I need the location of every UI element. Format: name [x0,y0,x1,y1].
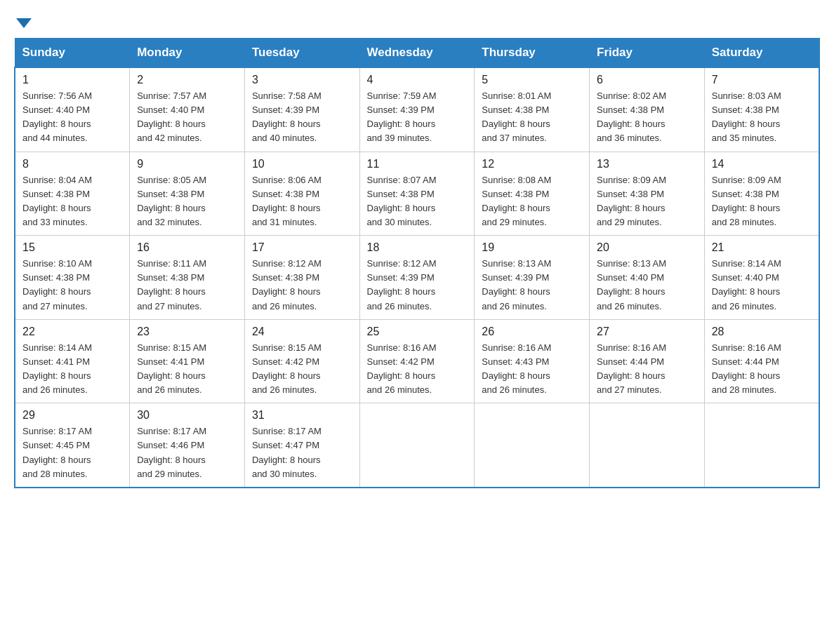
calendar-cell: 23Sunrise: 8:15 AMSunset: 4:41 PMDayligh… [130,319,245,403]
calendar-week-row: 22Sunrise: 8:14 AMSunset: 4:41 PMDayligh… [15,319,819,403]
calendar-cell: 27Sunrise: 8:16 AMSunset: 4:44 PMDayligh… [590,319,705,403]
calendar-cell: 25Sunrise: 8:16 AMSunset: 4:42 PMDayligh… [359,319,475,403]
day-info: Sunrise: 8:13 AMSunset: 4:39 PMDaylight:… [482,257,582,314]
calendar-cell [359,403,475,488]
day-number: 14 [712,158,812,170]
calendar-cell [704,403,819,488]
calendar-cell: 11Sunrise: 8:07 AMSunset: 4:38 PMDayligh… [359,152,475,236]
day-number: 18 [367,241,468,254]
day-number: 16 [137,241,237,254]
header-tuesday: Tuesday [244,39,359,68]
day-number: 27 [597,326,697,338]
day-info: Sunrise: 8:01 AMSunset: 4:38 PMDaylight:… [482,89,582,146]
day-info: Sunrise: 7:58 AMSunset: 4:39 PMDaylight:… [252,89,352,146]
calendar-cell: 1Sunrise: 7:56 AMSunset: 4:40 PMDaylight… [15,67,130,152]
day-number: 25 [367,326,468,338]
calendar-table: SundayMondayTuesdayWednesdayThursdayFrid… [14,38,820,488]
day-number: 30 [137,409,237,422]
day-number: 1 [22,74,122,86]
day-info: Sunrise: 8:09 AMSunset: 4:38 PMDaylight:… [597,173,697,230]
day-number: 17 [252,241,352,254]
day-number: 10 [252,158,352,170]
day-number: 20 [597,241,697,254]
calendar-cell [590,403,705,488]
day-number: 7 [712,74,812,86]
day-info: Sunrise: 8:06 AMSunset: 4:38 PMDaylight:… [252,173,352,230]
calendar-cell: 7Sunrise: 8:03 AMSunset: 4:38 PMDaylight… [704,67,819,152]
calendar-cell: 8Sunrise: 8:04 AMSunset: 4:38 PMDaylight… [15,152,130,236]
day-number: 2 [137,74,237,86]
day-info: Sunrise: 8:15 AMSunset: 4:41 PMDaylight:… [137,341,237,398]
day-info: Sunrise: 7:56 AMSunset: 4:40 PMDaylight:… [22,89,122,146]
day-info: Sunrise: 8:02 AMSunset: 4:38 PMDaylight:… [597,89,697,146]
logo [14,14,32,27]
header-saturday: Saturday [704,39,819,68]
day-number: 15 [22,241,122,254]
calendar-cell: 30Sunrise: 8:17 AMSunset: 4:46 PMDayligh… [130,403,245,488]
calendar-week-row: 15Sunrise: 8:10 AMSunset: 4:38 PMDayligh… [15,236,819,320]
day-info: Sunrise: 8:15 AMSunset: 4:42 PMDaylight:… [252,341,352,398]
calendar-header-row: SundayMondayTuesdayWednesdayThursdayFrid… [15,39,819,68]
calendar-cell: 17Sunrise: 8:12 AMSunset: 4:38 PMDayligh… [244,236,359,320]
day-info: Sunrise: 8:11 AMSunset: 4:38 PMDaylight:… [137,257,237,314]
day-number: 19 [482,241,582,254]
day-info: Sunrise: 8:16 AMSunset: 4:44 PMDaylight:… [597,341,697,398]
day-info: Sunrise: 8:05 AMSunset: 4:38 PMDaylight:… [137,173,237,230]
day-info: Sunrise: 8:17 AMSunset: 4:46 PMDaylight:… [137,424,237,481]
day-info: Sunrise: 8:12 AMSunset: 4:38 PMDaylight:… [252,257,352,314]
day-number: 31 [252,409,352,422]
calendar-cell: 28Sunrise: 8:16 AMSunset: 4:44 PMDayligh… [704,319,819,403]
page-header [14,14,820,27]
logo-triangle-icon [16,18,32,28]
calendar-cell [475,403,590,488]
day-number: 22 [22,326,122,338]
calendar-week-row: 8Sunrise: 8:04 AMSunset: 4:38 PMDaylight… [15,152,819,236]
calendar-cell: 5Sunrise: 8:01 AMSunset: 4:38 PMDaylight… [475,67,590,152]
day-info: Sunrise: 8:08 AMSunset: 4:38 PMDaylight:… [482,173,582,230]
day-number: 26 [482,326,582,338]
calendar-cell: 4Sunrise: 7:59 AMSunset: 4:39 PMDaylight… [359,67,475,152]
day-info: Sunrise: 8:13 AMSunset: 4:40 PMDaylight:… [597,257,697,314]
calendar-cell: 6Sunrise: 8:02 AMSunset: 4:38 PMDaylight… [590,67,705,152]
day-number: 12 [482,158,582,170]
calendar-cell: 18Sunrise: 8:12 AMSunset: 4:39 PMDayligh… [359,236,475,320]
day-info: Sunrise: 8:04 AMSunset: 4:38 PMDaylight:… [22,173,122,230]
calendar-cell: 15Sunrise: 8:10 AMSunset: 4:38 PMDayligh… [15,236,130,320]
day-info: Sunrise: 8:16 AMSunset: 4:43 PMDaylight:… [482,341,582,398]
calendar-cell: 3Sunrise: 7:58 AMSunset: 4:39 PMDaylight… [244,67,359,152]
calendar-cell: 19Sunrise: 8:13 AMSunset: 4:39 PMDayligh… [475,236,590,320]
day-info: Sunrise: 8:07 AMSunset: 4:38 PMDaylight:… [367,173,468,230]
day-number: 21 [712,241,812,254]
day-number: 9 [137,158,237,170]
header-sunday: Sunday [15,39,130,68]
day-number: 5 [482,74,582,86]
calendar-cell: 29Sunrise: 8:17 AMSunset: 4:45 PMDayligh… [15,403,130,488]
day-number: 29 [22,409,122,422]
calendar-week-row: 1Sunrise: 7:56 AMSunset: 4:40 PMDaylight… [15,67,819,152]
calendar-cell: 12Sunrise: 8:08 AMSunset: 4:38 PMDayligh… [475,152,590,236]
day-info: Sunrise: 8:03 AMSunset: 4:38 PMDaylight:… [712,89,812,146]
day-info: Sunrise: 8:14 AMSunset: 4:41 PMDaylight:… [22,341,122,398]
day-info: Sunrise: 7:57 AMSunset: 4:40 PMDaylight:… [137,89,237,146]
header-wednesday: Wednesday [359,39,475,68]
header-thursday: Thursday [475,39,590,68]
calendar-cell: 21Sunrise: 8:14 AMSunset: 4:40 PMDayligh… [704,236,819,320]
calendar-cell: 16Sunrise: 8:11 AMSunset: 4:38 PMDayligh… [130,236,245,320]
calendar-cell: 13Sunrise: 8:09 AMSunset: 4:38 PMDayligh… [590,152,705,236]
calendar-cell: 2Sunrise: 7:57 AMSunset: 4:40 PMDaylight… [130,67,245,152]
calendar-week-row: 29Sunrise: 8:17 AMSunset: 4:45 PMDayligh… [15,403,819,488]
day-info: Sunrise: 8:16 AMSunset: 4:42 PMDaylight:… [367,341,468,398]
calendar-cell: 9Sunrise: 8:05 AMSunset: 4:38 PMDaylight… [130,152,245,236]
day-number: 11 [367,158,468,170]
day-number: 6 [597,74,697,86]
calendar-cell: 14Sunrise: 8:09 AMSunset: 4:38 PMDayligh… [704,152,819,236]
day-info: Sunrise: 8:10 AMSunset: 4:38 PMDaylight:… [22,257,122,314]
day-info: Sunrise: 8:14 AMSunset: 4:40 PMDaylight:… [712,257,812,314]
day-number: 13 [597,158,697,170]
day-info: Sunrise: 8:17 AMSunset: 4:47 PMDaylight:… [252,424,352,481]
calendar-cell: 22Sunrise: 8:14 AMSunset: 4:41 PMDayligh… [15,319,130,403]
day-info: Sunrise: 8:16 AMSunset: 4:44 PMDaylight:… [712,341,812,398]
day-info: Sunrise: 8:12 AMSunset: 4:39 PMDaylight:… [367,257,468,314]
header-monday: Monday [130,39,245,68]
day-info: Sunrise: 8:17 AMSunset: 4:45 PMDaylight:… [22,424,122,481]
